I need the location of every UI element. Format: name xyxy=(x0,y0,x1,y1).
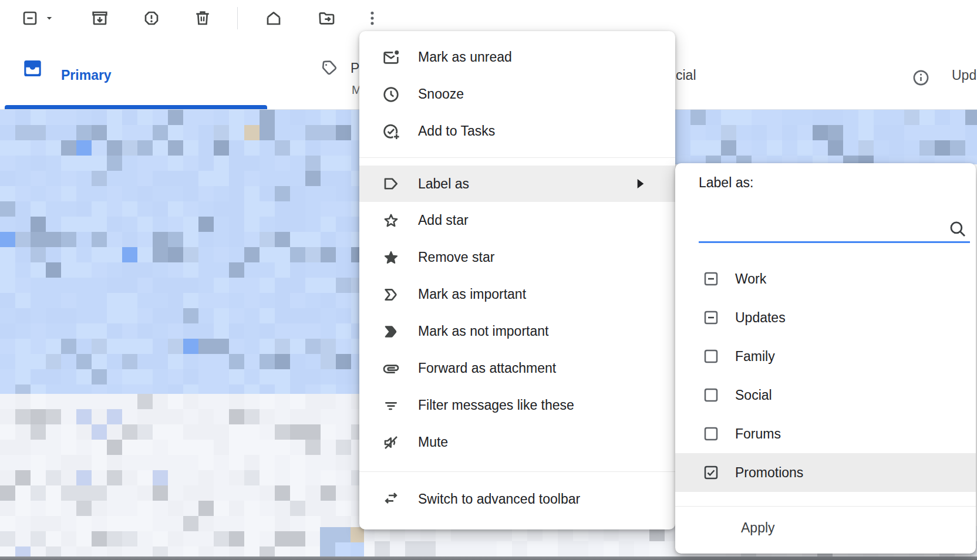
menu-item-filter-messages[interactable]: Filter messages like these xyxy=(359,387,675,424)
menu-item-mark-as-not-important[interactable]: Mark as not important xyxy=(359,313,675,350)
checkbox-indeterminate-icon xyxy=(702,270,720,288)
checkbox-empty-icon xyxy=(702,386,720,404)
checkbox-empty-icon xyxy=(702,425,720,443)
submenu-arrow-icon xyxy=(636,179,645,188)
search-underline xyxy=(699,241,970,243)
report-spam-button[interactable] xyxy=(142,8,161,28)
search-icon xyxy=(948,219,968,239)
label-name: Family xyxy=(735,349,775,365)
label-search-input[interactable] xyxy=(699,219,948,240)
label-name: Forums xyxy=(735,426,781,442)
email-list-blurred-selected[interactable] xyxy=(0,110,362,394)
label-as-title: Label as: xyxy=(699,175,753,191)
menu-item-label: Add to Tasks xyxy=(418,123,495,139)
label-option-updates[interactable]: Updates xyxy=(675,298,976,337)
menu-item-label: Switch to advanced toolbar xyxy=(418,491,580,507)
report-spam-icon xyxy=(142,9,161,28)
three-dots-vertical-icon xyxy=(363,9,382,28)
envelope-unread-icon xyxy=(382,48,400,67)
toolbar-divider xyxy=(237,7,238,29)
gmail-window: Primary P M cial Upd Mark as un xyxy=(0,0,977,560)
menu-item-label-as[interactable]: Label as xyxy=(359,166,675,202)
apply-button[interactable]: Apply xyxy=(735,517,781,539)
menu-item-label: Mute xyxy=(418,434,448,450)
caret-down-icon xyxy=(43,12,55,24)
updates-info-icon xyxy=(912,69,930,87)
menu-item-label: Filter messages like these xyxy=(418,397,574,413)
menu-item-label: Mark as important xyxy=(418,286,526,302)
move-to-folder-icon xyxy=(317,9,336,28)
menu-item-remove-star[interactable]: Remove star xyxy=(359,239,675,276)
menu-divider xyxy=(359,157,675,158)
promotions-tag-icon xyxy=(319,59,338,78)
important-filled-icon xyxy=(382,322,400,341)
tab-promotions[interactable] xyxy=(319,59,338,78)
menu-item-add-to-tasks[interactable]: Add to Tasks xyxy=(359,113,675,150)
open-envelope-icon xyxy=(264,9,283,28)
label-option-work[interactable]: Work xyxy=(675,259,976,298)
label-search-field[interactable] xyxy=(699,219,970,241)
star-filled-icon xyxy=(382,248,400,267)
label-name: Updates xyxy=(735,310,786,326)
more-options-button[interactable] xyxy=(362,8,382,28)
select-dropdown[interactable] xyxy=(42,8,56,28)
tab-social-label-fragment[interactable]: cial xyxy=(676,68,696,83)
label-name: Work xyxy=(735,271,766,287)
checkbox-empty-icon xyxy=(702,348,720,365)
label-name: Social xyxy=(735,387,772,403)
submenu-divider xyxy=(675,506,976,507)
menu-item-forward-as-attachment[interactable]: Forward as attachment xyxy=(359,350,675,387)
email-list-blurred-unselected[interactable] xyxy=(0,394,362,556)
move-to-button[interactable] xyxy=(316,8,336,28)
label-option-family[interactable]: Family xyxy=(675,337,976,376)
menu-item-label: Add star xyxy=(418,212,469,228)
menu-item-mark-as-unread[interactable]: Mark as unread xyxy=(359,39,675,76)
menu-item-mark-as-important[interactable]: Mark as important xyxy=(359,276,675,313)
checkbox-checked-icon xyxy=(702,464,720,481)
label-tag-icon xyxy=(382,174,400,193)
clock-icon xyxy=(382,85,400,104)
archive-button[interactable] xyxy=(90,8,110,28)
menu-divider xyxy=(359,471,675,472)
label-option-social[interactable]: Social xyxy=(675,376,976,414)
primary-inbox-icon xyxy=(23,60,42,77)
important-outline-icon xyxy=(382,285,400,304)
window-bottom-edge xyxy=(0,556,977,560)
menu-item-add-star[interactable]: Add star xyxy=(359,202,675,239)
label-name: Promotions xyxy=(735,465,803,481)
message-more-context-menu: Mark as unread Snooze Add to Tasks Label… xyxy=(359,31,675,529)
menu-item-switch-toolbar[interactable]: Switch to advanced toolbar xyxy=(359,480,675,518)
mark-as-read-button[interactable] xyxy=(264,8,284,28)
swap-arrows-icon xyxy=(382,490,400,508)
email-blurred-blue-patch xyxy=(320,527,364,556)
menu-item-snooze[interactable]: Snooze xyxy=(359,76,675,113)
email-row-blurred-right xyxy=(675,110,977,164)
volume-off-icon xyxy=(382,433,400,452)
select-checkbox[interactable] xyxy=(20,8,40,28)
label-option-promotions[interactable]: Promotions xyxy=(675,453,976,492)
menu-item-label: Mark as unread xyxy=(418,49,512,65)
checkbox-indeterminate-icon xyxy=(21,9,39,28)
menu-item-label: Forward as attachment xyxy=(418,360,556,376)
trash-icon xyxy=(193,9,212,28)
checkbox-indeterminate-icon xyxy=(702,309,720,326)
paperclip-icon xyxy=(382,359,400,378)
tab-primary-label[interactable]: Primary xyxy=(61,68,112,83)
menu-item-label: Remove star xyxy=(418,249,494,265)
menu-item-label: Snooze xyxy=(418,86,464,102)
menu-item-label: Label as xyxy=(418,176,469,192)
star-outline-icon xyxy=(382,211,400,230)
menu-item-label: Mark as not important xyxy=(418,323,548,339)
tab-updates-label-fragment[interactable]: Upd xyxy=(952,68,976,83)
label-as-submenu: Label as: Work Updates Family xyxy=(675,163,976,554)
task-add-icon xyxy=(382,122,400,141)
filter-lines-icon xyxy=(382,396,400,415)
label-option-forums[interactable]: Forums xyxy=(675,414,976,453)
tab-updates[interactable] xyxy=(912,69,930,87)
active-tab-indicator xyxy=(5,105,267,109)
menu-item-mute[interactable]: Mute xyxy=(359,424,675,461)
archive-icon xyxy=(90,9,109,28)
tab-promotions-label-fragment[interactable]: P xyxy=(351,60,359,76)
tab-primary[interactable] xyxy=(23,60,42,77)
delete-button[interactable] xyxy=(193,8,213,28)
